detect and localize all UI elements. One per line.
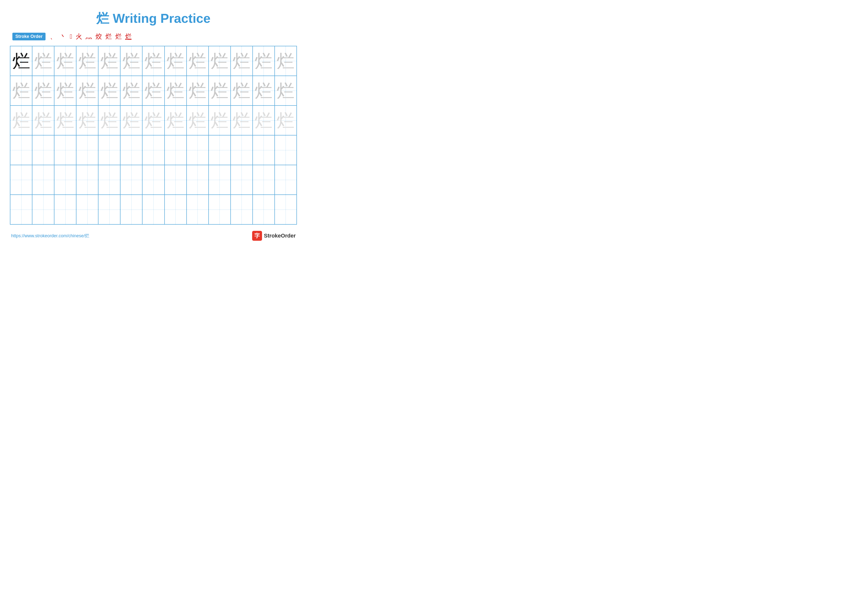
stroke-3: 𠃋 xyxy=(70,33,72,40)
practice-character: 烂 xyxy=(211,112,228,129)
stroke-4: 火 xyxy=(76,32,82,41)
practice-character: 烂 xyxy=(78,112,96,129)
footer: https://www.strokeorder.com/chinese/烂 字 … xyxy=(10,231,297,241)
grid-cell xyxy=(54,135,76,165)
grid-cell: 烂 xyxy=(76,76,98,106)
practice-character: 烂 xyxy=(78,52,96,70)
grid-cell xyxy=(209,195,231,224)
grid-cell: 烂 xyxy=(209,106,231,135)
grid-cell: 烂 xyxy=(231,46,253,76)
grid-cell: 烂 xyxy=(142,76,164,106)
grid-cell xyxy=(10,135,32,165)
practice-character: 烂 xyxy=(78,82,96,99)
practice-character: 烂 xyxy=(277,52,294,70)
grid-cell: 烂 xyxy=(98,106,120,135)
grid-cell: 烂 xyxy=(76,46,98,76)
grid-cell xyxy=(98,135,120,165)
grid-cell xyxy=(54,195,76,224)
grid-cell: 烂 xyxy=(120,106,142,135)
practice-character: 烂 xyxy=(56,112,74,129)
practice-character: 烂 xyxy=(211,52,228,70)
grid-cell xyxy=(253,165,274,195)
grid-cell: 烂 xyxy=(186,76,209,106)
practice-character: 烂 xyxy=(101,52,118,70)
practice-character: 烂 xyxy=(101,112,118,129)
grid-cell xyxy=(231,165,253,195)
practice-character: 烂 xyxy=(144,52,162,70)
practice-character: 烂 xyxy=(232,82,250,99)
grid-cell: 烂 xyxy=(253,76,274,106)
grid-cell xyxy=(98,165,120,195)
grid-cell: 烂 xyxy=(54,106,76,135)
grid-cell xyxy=(164,165,186,195)
grid-cell: 烂 xyxy=(186,46,209,76)
practice-character: 烂 xyxy=(254,112,273,129)
grid-cell xyxy=(98,195,120,224)
practice-character: 烂 xyxy=(211,82,228,99)
practice-character: 烂 xyxy=(34,82,52,99)
grid-cell: 烂 xyxy=(164,106,186,135)
practice-character: 烂 xyxy=(122,82,140,99)
stroke-order-badge: Stroke Order xyxy=(12,33,45,40)
grid-cell: 烂 xyxy=(98,76,120,106)
grid-cell xyxy=(274,135,297,165)
grid-cell: 烂 xyxy=(231,76,253,106)
footer-url[interactable]: https://www.strokeorder.com/chinese/烂 xyxy=(11,233,89,239)
stroke-order-row: Stroke Order 、 丶 𠃋 火 灬 烄 烂 烂 烂 xyxy=(12,32,297,41)
grid-cell xyxy=(186,165,209,195)
grid-cell xyxy=(120,165,142,195)
grid-cell xyxy=(253,195,274,224)
practice-character: 烂 xyxy=(122,112,140,129)
grid-cell xyxy=(32,135,54,165)
practice-character: 烂 xyxy=(122,52,140,70)
grid-cell: 烂 xyxy=(274,106,297,135)
grid-cell xyxy=(231,135,253,165)
stroke-8: 烂 xyxy=(115,32,122,41)
grid-cell: 烂 xyxy=(32,76,54,106)
grid-cell: 烂 xyxy=(231,106,253,135)
grid-cell: 烂 xyxy=(209,46,231,76)
practice-character: 烂 xyxy=(144,112,162,129)
grid-cell xyxy=(209,135,231,165)
grid-cell: 烂 xyxy=(120,76,142,106)
grid-cell xyxy=(253,135,274,165)
grid-cell xyxy=(32,195,54,224)
grid-cell xyxy=(120,135,142,165)
grid-cell: 烂 xyxy=(253,46,274,76)
grid-cell: 烂 xyxy=(142,106,164,135)
practice-character: 烂 xyxy=(12,52,30,70)
grid-cell xyxy=(76,135,98,165)
practice-character: 烂 xyxy=(12,112,30,129)
stroke-7: 烂 xyxy=(105,32,112,41)
grid-cell: 烂 xyxy=(274,46,297,76)
practice-character: 烂 xyxy=(166,112,184,129)
grid-cell xyxy=(76,165,98,195)
grid-cell xyxy=(32,165,54,195)
grid-cell xyxy=(76,195,98,224)
practice-grid: 烂烂烂烂烂烂烂烂烂烂烂烂烂烂烂烂烂烂烂烂烂烂烂烂烂烂烂烂烂烂烂烂烂烂烂烂烂烂烂 xyxy=(10,46,297,225)
footer-logo: 字 StrokeOrder xyxy=(252,231,296,241)
practice-character: 烂 xyxy=(166,82,184,99)
grid-cell: 烂 xyxy=(10,46,32,76)
grid-cell xyxy=(142,165,164,195)
practice-character: 烂 xyxy=(189,82,206,99)
logo-char: 字 xyxy=(254,232,260,239)
practice-character: 烂 xyxy=(277,112,294,129)
grid-cell: 烂 xyxy=(209,76,231,106)
grid-cell xyxy=(231,195,253,224)
practice-character: 烂 xyxy=(277,82,294,99)
grid-cell: 烂 xyxy=(54,46,76,76)
grid-cell: 烂 xyxy=(54,76,76,106)
practice-character: 烂 xyxy=(56,82,74,99)
brand-name: StrokeOrder xyxy=(264,233,296,239)
practice-character: 烂 xyxy=(101,82,118,99)
grid-cell xyxy=(120,195,142,224)
practice-character: 烂 xyxy=(189,112,206,129)
practice-character: 烂 xyxy=(144,82,162,99)
practice-character: 烂 xyxy=(254,82,273,99)
grid-cell: 烂 xyxy=(253,106,274,135)
stroke-1: 、 xyxy=(50,32,56,41)
grid-cell: 烂 xyxy=(164,76,186,106)
grid-cell xyxy=(164,135,186,165)
page-title: 烂 Writing Practice xyxy=(10,10,297,27)
